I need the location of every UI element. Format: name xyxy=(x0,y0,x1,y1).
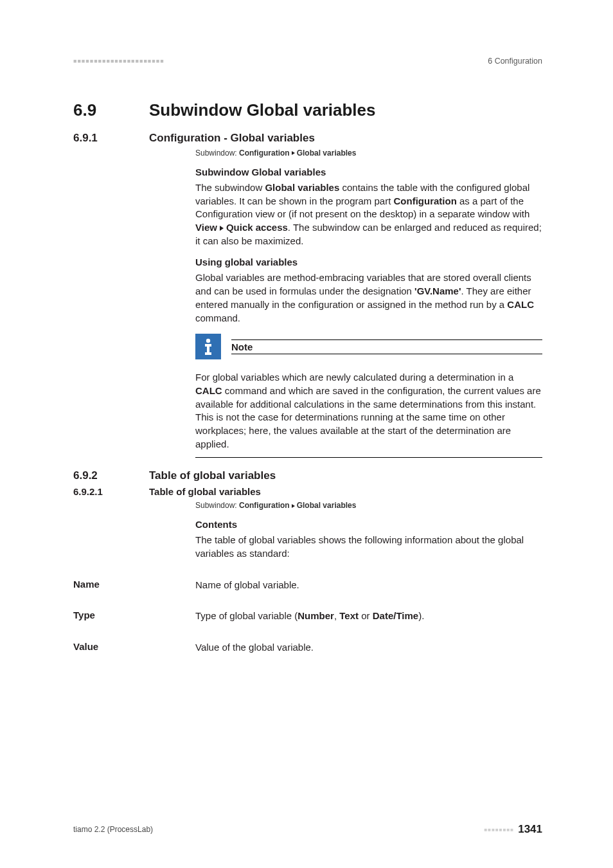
field-label: Type xyxy=(73,601,195,623)
field-description: Value of the global variable. xyxy=(195,632,314,655)
svg-point-0 xyxy=(206,339,210,343)
chevron-right-icon xyxy=(220,226,224,231)
note-callout: Note For global variables which are newl… xyxy=(195,334,542,458)
paragraph: Global variables are method-embracing va… xyxy=(195,271,542,325)
section-title: Subwindow Global variables xyxy=(149,100,376,120)
page-footer: tiamo 2.2 (ProcessLab) ■■■■■■■■ 1341 xyxy=(73,823,542,836)
page-header: ■■■■■■■■■■■■■■■■■■■■■■ 6 Configuration xyxy=(73,57,542,66)
section-number: 6.9 xyxy=(73,100,149,120)
note-text: For global variables which are newly cal… xyxy=(195,371,542,458)
page-number: 1341 xyxy=(518,823,542,836)
breadcrumb: Subwindow: ConfigurationGlobal variables xyxy=(195,149,542,158)
field-label: Name xyxy=(73,570,195,592)
chevron-right-icon xyxy=(292,504,295,508)
paragraph: The subwindow Global variables contains … xyxy=(195,181,542,248)
header-chapter: 6 Configuration xyxy=(488,57,542,66)
section-6-9-2-heading: 6.9.2 Table of global variables xyxy=(73,469,542,482)
footer-product: tiamo 2.2 (ProcessLab) xyxy=(73,825,153,834)
field-value: Value Value of the global variable. xyxy=(73,632,542,655)
section-title: Configuration - Global variables xyxy=(149,132,315,145)
section-number: 6.9.2 xyxy=(73,469,149,482)
field-description: Type of global variable (Number, Text or… xyxy=(195,601,424,623)
field-description: Name of global variable. xyxy=(195,570,299,592)
field-type: Type Type of global variable (Number, Te… xyxy=(73,601,542,623)
section-6-9-1-heading: 6.9.1 Configuration - Global variables xyxy=(73,132,542,145)
section-title: Table of global variables xyxy=(149,486,261,497)
section-6-9-2-1-heading: 6.9.2.1 Table of global variables xyxy=(73,486,542,497)
header-ornament: ■■■■■■■■■■■■■■■■■■■■■■ xyxy=(73,58,164,64)
svg-rect-2 xyxy=(207,344,209,352)
info-icon xyxy=(195,334,221,359)
chevron-right-icon xyxy=(292,151,295,155)
footer-ornament: ■■■■■■■■ xyxy=(484,827,515,833)
section-number: 6.9.2.1 xyxy=(73,486,149,497)
subheading: Contents xyxy=(195,519,542,530)
field-name: Name Name of global variable. xyxy=(73,570,542,592)
subheading: Using global variables xyxy=(195,257,542,267)
section-6-9-heading: 6.9 Subwindow Global variables xyxy=(73,100,542,120)
section-number: 6.9.1 xyxy=(73,132,149,145)
svg-rect-3 xyxy=(205,352,211,355)
field-label: Value xyxy=(73,632,195,655)
subheading: Subwindow Global variables xyxy=(195,167,542,177)
note-label: Note xyxy=(231,339,542,354)
section-title: Table of global variables xyxy=(149,469,276,482)
paragraph: The table of global variables shows the … xyxy=(195,534,542,560)
breadcrumb: Subwindow: ConfigurationGlobal variables xyxy=(195,501,542,510)
